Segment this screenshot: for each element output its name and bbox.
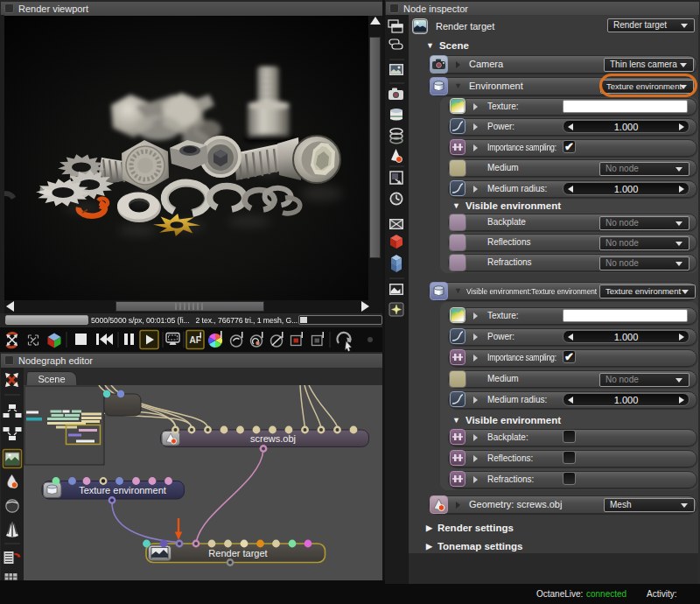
svg-text:Texture environment: Texture environment [79, 485, 166, 495]
svg-text:screws.obj: screws.obj [250, 433, 296, 444]
svg-text:AF: AF [190, 335, 201, 345]
svg-text:Render target: Render target [208, 548, 267, 558]
